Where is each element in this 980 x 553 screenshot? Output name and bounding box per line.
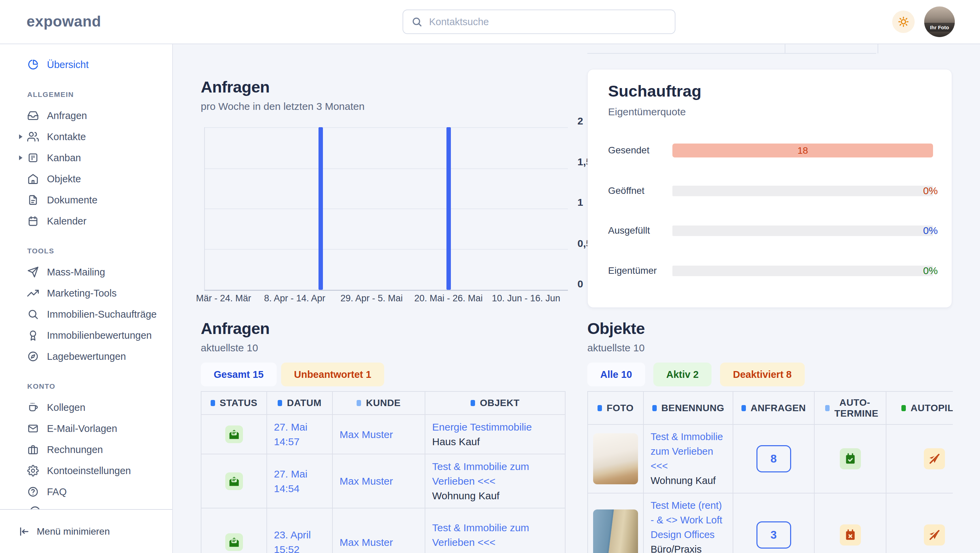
sidebar-item-lagebewertungen[interactable]: Lagebewertungen [0,349,172,364]
cutoff-sidebar-item [30,506,41,509]
y-tick: 0 [578,278,583,290]
sidebar-item-kontoeinstellungen[interactable]: Kontoeinstellungen [0,463,172,478]
sidebar-section-konto: KONTO [0,382,172,391]
objekt-type: Haus Kauf [432,434,558,449]
objekt-link[interactable]: Test & Immobilie zum Verlieben <<< [651,429,726,474]
anfrage-date-link[interactable]: 27. Mai14:54 [274,467,325,496]
sidebar-item-immobilien-suchauftraege[interactable]: Immobilien-Suchaufträge [0,307,172,322]
chart-bar-week-5 [318,127,323,290]
gridline [205,208,568,209]
objekt-link[interactable]: Energie Testimmobilie [432,420,558,434]
sidebar-item-dokumente[interactable]: Dokumente [0,192,172,207]
help-circle-icon [27,486,39,497]
sidebar-item-rechnungen[interactable]: Rechnungen [0,442,172,457]
search-input[interactable] [428,16,667,28]
column-bullet [471,400,475,406]
sidebar-item-anfragen[interactable]: Anfragen [0,108,172,123]
y-tick: 1 [578,197,583,208]
anfrage-date-link[interactable]: 27. Mai14:57 [274,420,325,449]
anfragen-table: STATUS DATUM KUNDE OBJEKT 27. Mai14:57 [201,391,566,553]
cutoff-table-border [587,53,876,54]
objekt-type: Wohnung Kauf [432,550,558,553]
sidebar-item-kalender[interactable]: Kalender [0,214,172,229]
chevron-right-icon[interactable] [19,134,22,139]
objekte-table: FOTO BENENNUNG ANFRAGEN AUTO-TERMINE AUT… [587,391,953,553]
autopilot-off-icon[interactable] [924,524,945,545]
calendar-x-icon[interactable] [840,524,861,545]
anfragen-count-badge[interactable]: 3 [756,521,791,548]
sidebar-item-marketing-tools[interactable]: Marketing-Tools [0,286,172,300]
objekt-link[interactable]: Test Miete (rent) - & <> Work Loft Desig… [651,498,726,542]
document-icon [27,194,39,206]
property-photo[interactable] [593,510,638,553]
quote-row-label: Eigentümer [608,265,657,276]
filter-chip-aktiv[interactable]: Aktiv 2 [653,362,711,386]
quote-value: 0% [923,265,938,276]
kunde-link[interactable]: Max Muster [340,537,393,548]
filter-chip-alle[interactable]: Alle 10 [587,362,645,386]
objekt-link[interactable]: Test & Immobilie zum Verlieben <<< [432,520,558,550]
inbox-icon [27,110,39,121]
filter-chip-gesamt[interactable]: Gesamt 15 [201,362,277,386]
theme-toggle-button[interactable] [892,11,915,33]
collapse-menu-button[interactable]: Menü minimieren [0,509,172,553]
quote-row-label: Geöffnet [608,185,644,196]
sidebar-item-label: Immobilienbewertungen [47,330,152,341]
sidebar-item-label: Kontakte [47,131,86,143]
sidebar-item-uebersicht[interactable]: Übersicht [0,57,172,72]
avatar-caption: Ihr Foto [924,23,955,32]
users-icon [27,131,39,143]
sidebar-item-label: Objekte [47,173,81,185]
sidebar-item-kollegen[interactable]: Kollegen [0,400,172,415]
gear-icon [27,465,39,477]
sidebar-item-faq[interactable]: FAQ [0,484,172,499]
pie-chart-icon [27,59,39,70]
property-photo[interactable] [593,433,638,484]
column-header: AUTOPILOT [911,403,953,413]
objekt-link[interactable]: Test & Immobilie zum Verlieben <<< [432,459,558,488]
column-header: BENENNUNG [662,403,724,413]
sidebar-section-tools: TOOLS [0,247,172,255]
filter-chip-unbeantwortet[interactable]: Unbeantwortet 1 [281,362,384,386]
anfrage-date-link[interactable]: 23. April15:52 [274,528,325,553]
autopilot-off-icon[interactable] [924,448,945,469]
user-avatar[interactable]: Ihr Foto [924,6,955,37]
objekt-type: Wohnung Kauf [432,488,558,503]
gridline [205,127,568,128]
quote-row-label: Gesendet [608,145,649,156]
table-header-row: STATUS DATUM KUNDE OBJEKT [201,391,565,415]
sidebar: Übersicht ALLGEMEIN Anfragen [0,44,173,553]
sidebar-item-mass-mailing[interactable]: Mass-Mailing [0,265,172,280]
sidebar-item-immobilienbewertungen[interactable]: Immobilienbewertungen [0,328,172,343]
chevron-right-icon[interactable] [19,156,22,160]
kunde-link[interactable]: Max Muster [340,429,393,440]
kunde-link[interactable]: Max Muster [340,475,393,487]
quote-row-label: Ausgefüllt [608,225,650,236]
anfragen-section-title: Anfragen [201,319,269,338]
quote-bar-eigentuemer: 0% [672,265,933,276]
collapse-left-icon [18,526,29,537]
contact-search[interactable] [402,10,675,34]
objekte-section-title: Objekte [587,319,645,338]
status-mail-open-icon [225,472,243,490]
calendar-check-icon[interactable] [840,448,861,469]
sidebar-item-kontakte[interactable]: Kontakte [0,129,172,144]
sidebar-item-label: Kalender [47,216,86,227]
sidebar-item-objekte[interactable]: Objekte [0,172,172,186]
quote-bar-geoeffnet: 0% [672,186,933,196]
collapse-menu-label: Menü minimieren [37,526,110,537]
filter-chip-deaktiviert[interactable]: Deaktiviert 8 [720,362,805,386]
chart-subtitle: pro Woche in den letzten 3 Monaten [201,101,364,112]
home-icon [27,173,39,185]
objekt-type: Büro/Praxis Miete [651,542,726,553]
sidebar-item-kanban[interactable]: Kanban [0,150,172,165]
sidebar-item-email-vorlagen[interactable]: E-Mail-Vorlagen [0,421,172,436]
sidebar-item-label: Anfragen [47,110,87,121]
quote-bar-ausgefuellt: 0% [672,226,933,236]
award-icon [27,329,39,341]
column-header: KUNDE [366,397,401,408]
search-icon [27,308,39,320]
anfragen-count-badge[interactable]: 8 [756,445,791,472]
objekte-table-clip: FOTO BENENNUNG ANFRAGEN AUTO-TERMINE AUT… [587,391,953,553]
dashboard-screen: expowand Ihr Foto [0,0,980,553]
